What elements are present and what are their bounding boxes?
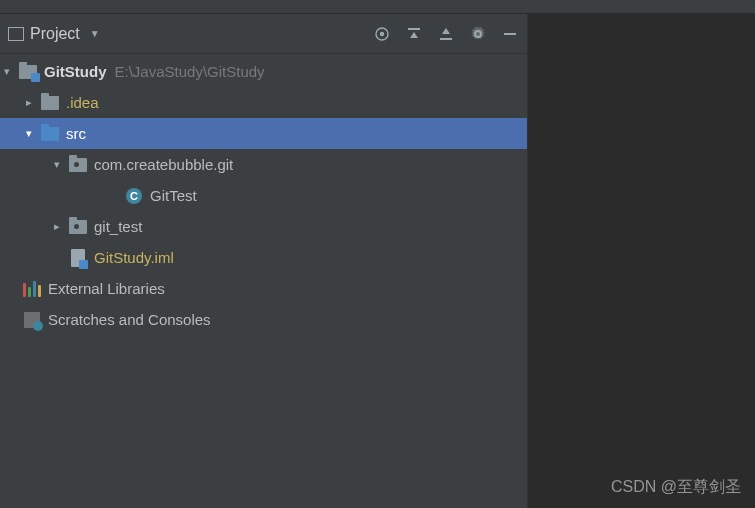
node-label: External Libraries bbox=[48, 280, 165, 297]
node-label: Scratches and Consoles bbox=[48, 311, 211, 328]
collapse-all-icon[interactable] bbox=[437, 25, 455, 43]
package-icon bbox=[68, 218, 88, 236]
project-tree: ▾ GitStudy E:\JavaStudy\GitStudy ▸ .idea… bbox=[0, 54, 527, 335]
chevron-down-icon[interactable]: ▾ bbox=[22, 127, 36, 140]
folder-icon bbox=[40, 94, 60, 112]
tree-node-package[interactable]: ▾ com.createbubble.git bbox=[0, 149, 527, 180]
node-label: com.createbubble.git bbox=[94, 156, 233, 173]
project-view-icon bbox=[8, 27, 24, 41]
editor-area bbox=[527, 14, 755, 508]
tree-node-idea[interactable]: ▸ .idea bbox=[0, 87, 527, 118]
class-icon: C bbox=[124, 187, 144, 205]
expand-all-icon[interactable] bbox=[405, 25, 423, 43]
svg-rect-2 bbox=[408, 28, 420, 30]
chevron-down-icon[interactable]: ▾ bbox=[0, 65, 14, 78]
locate-icon[interactable] bbox=[373, 25, 391, 43]
chevron-right-icon[interactable]: ▸ bbox=[22, 96, 36, 109]
package-icon bbox=[68, 156, 88, 174]
tree-node-external-libraries[interactable]: External Libraries bbox=[0, 273, 527, 304]
hide-icon[interactable] bbox=[501, 25, 519, 43]
node-label: git_test bbox=[94, 218, 142, 235]
tree-node-class[interactable]: C GitTest bbox=[0, 180, 527, 211]
source-folder-icon bbox=[40, 125, 60, 143]
main-area: Project ▼ bbox=[0, 14, 755, 508]
tree-node-git-test[interactable]: ▸ git_test bbox=[0, 211, 527, 242]
libraries-icon bbox=[22, 280, 42, 298]
chevron-down-icon[interactable]: ▾ bbox=[50, 158, 64, 171]
tree-node-iml[interactable]: GitStudy.iml bbox=[0, 242, 527, 273]
node-label: .idea bbox=[66, 94, 99, 111]
watermark: CSDN @至尊剑圣 bbox=[611, 477, 741, 498]
iml-file-icon bbox=[68, 249, 88, 267]
panel-title[interactable]: Project bbox=[30, 25, 80, 43]
project-tool-window: Project ▼ bbox=[0, 14, 527, 508]
chevron-right-icon[interactable]: ▸ bbox=[50, 220, 64, 233]
project-panel-header: Project ▼ bbox=[0, 14, 527, 54]
node-label: GitTest bbox=[150, 187, 197, 204]
gear-icon[interactable] bbox=[469, 25, 487, 43]
node-label: GitStudy bbox=[44, 63, 107, 80]
svg-rect-3 bbox=[440, 38, 452, 40]
tree-node-project-root[interactable]: ▾ GitStudy E:\JavaStudy\GitStudy bbox=[0, 56, 527, 87]
module-folder-icon bbox=[18, 63, 38, 81]
chevron-down-icon[interactable]: ▼ bbox=[90, 28, 100, 39]
node-label: src bbox=[66, 125, 86, 142]
node-label: GitStudy.iml bbox=[94, 249, 174, 266]
scratches-icon bbox=[22, 311, 42, 329]
title-bar-strip bbox=[0, 0, 755, 14]
tree-node-src[interactable]: ▾ src bbox=[0, 118, 527, 149]
node-path: E:\JavaStudy\GitStudy bbox=[115, 63, 265, 80]
tree-node-scratches[interactable]: Scratches and Consoles bbox=[0, 304, 527, 335]
svg-point-1 bbox=[381, 32, 384, 35]
